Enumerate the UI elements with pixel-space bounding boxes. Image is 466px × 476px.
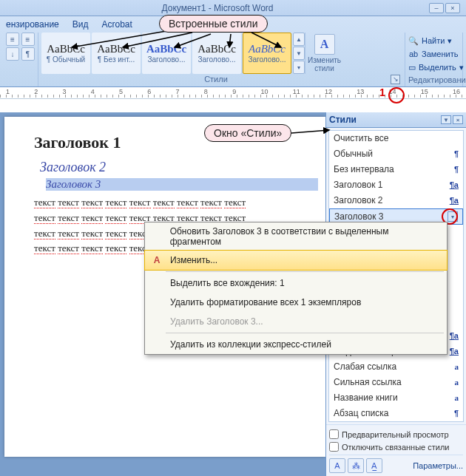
- styles-pane-footer: Предварительный просмотр Отключить связа…: [326, 424, 466, 476]
- style-row[interactable]: Слабая ссылкаa: [329, 359, 463, 375]
- minimize-button[interactable]: –: [429, 3, 444, 13]
- ribbon-tab[interactable]: Acrobat: [102, 19, 132, 30]
- style-row[interactable]: Без интервала¶: [329, 162, 463, 177]
- style-tile-label: ¶ Обычный: [47, 55, 85, 64]
- cm-select-all[interactable]: Выделить все вхождения: 1: [145, 273, 447, 293]
- select-icon: ▭: [408, 62, 416, 72]
- find-button[interactable]: 🔍Найти ▾: [408, 34, 459, 47]
- style-gallery: AaBbCc¶ ОбычныйAaBbCc¶ Без инт...AaBbCcЗ…: [41, 33, 291, 74]
- style-preview: AaBbCc: [249, 43, 286, 55]
- editing-group-label: Редактировани: [408, 75, 459, 85]
- style-context-menu: Обновить Заголовок 3 в соответствии с вы…: [144, 222, 448, 355]
- update-icon: [149, 231, 164, 242]
- show-marks-button[interactable]: ¶: [21, 47, 35, 61]
- paragraph-group: ≡ ≡ ↓ ¶: [3, 33, 38, 86]
- disable-linked-checkbox[interactable]: Отключить связанные стили: [329, 441, 463, 453]
- window-controls: – ×: [429, 3, 460, 13]
- cm-modify[interactable]: A Изменить...: [144, 250, 448, 271]
- find-icon: 🔍: [408, 35, 419, 46]
- window-title: Документ1 - Microsoft Word: [6, 3, 429, 13]
- cm-remove-from-gallery[interactable]: Удалить из коллекции экспресс-стилей: [145, 335, 447, 354]
- replace-icon: ab: [408, 49, 419, 59]
- cm-update-to-match[interactable]: Обновить Заголовок 3 в соответствии с вы…: [145, 222, 447, 251]
- style-tile[interactable]: AaBbCcЗаголово...: [192, 33, 241, 74]
- style-tile-label: Заголово...: [148, 55, 186, 64]
- pane-menu-button[interactable]: ▼: [441, 115, 451, 124]
- style-tile[interactable]: AaBbCcЗаголово...: [243, 33, 291, 74]
- styles-group: AaBbCc¶ ОбычныйAaBbCc¶ Без инт...AaBbCcЗ…: [38, 33, 405, 86]
- close-button[interactable]: ×: [445, 3, 460, 13]
- title-bar: Документ1 - Microsoft Word – ×: [0, 0, 466, 16]
- style-inspector-button[interactable]: ⁂: [348, 458, 364, 473]
- styles-dialog-launcher[interactable]: ↘: [391, 75, 400, 84]
- editing-group: 🔍Найти ▾ abЗаменить ▭Выделить ▾ Редактир…: [405, 33, 463, 86]
- style-row-clear-all[interactable]: Очистить все: [329, 131, 463, 146]
- style-tile[interactable]: AaBbCcЗаголово...: [142, 33, 191, 74]
- horizontal-ruler[interactable]: 12345678910111213141516: [0, 87, 466, 99]
- change-styles-button[interactable]: A Изменить стили: [305, 33, 343, 74]
- cm-delete-style: Удалить Заголовок 3...: [145, 312, 447, 331]
- style-row[interactable]: Обычный¶: [329, 146, 463, 162]
- callout-builtin-styles: Встроенные стили: [159, 15, 268, 33]
- style-tile-label: ¶ Без инт...: [98, 55, 135, 64]
- pane-close-button[interactable]: ×: [453, 115, 463, 124]
- style-tile-label: Заголово...: [198, 55, 236, 64]
- style-preview: AaBbCc: [97, 43, 135, 55]
- preview-checkbox[interactable]: Предварительный просмотр: [329, 428, 463, 441]
- style-tile-label: Заголово...: [249, 55, 286, 64]
- ribbon-tab[interactable]: Вид: [72, 19, 89, 30]
- change-styles-label: Изменить стили: [308, 56, 341, 72]
- styles-pane-title: Стили: [329, 115, 357, 125]
- styles-pane-header[interactable]: Стили ▼ ×: [326, 112, 466, 128]
- style-row[interactable]: Заголовок 2¶a: [329, 193, 463, 208]
- gallery-down-button[interactable]: ▼: [293, 47, 305, 60]
- sort-button[interactable]: ↓: [6, 47, 19, 61]
- style-row[interactable]: Сильная ссылкаa: [329, 375, 463, 390]
- gallery-up-button[interactable]: ▲: [293, 33, 305, 46]
- indent-increase-button[interactable]: ≡: [21, 33, 35, 46]
- new-style-button[interactable]: A: [329, 458, 345, 473]
- heading-2[interactable]: Заголовок 2: [40, 160, 318, 175]
- select-button[interactable]: ▭Выделить ▾: [408, 61, 459, 74]
- annotation-number-1: 1: [379, 86, 385, 98]
- style-preview: AaBbCc: [47, 43, 85, 55]
- style-tile[interactable]: AaBbCc¶ Без инт...: [92, 33, 141, 74]
- manage-styles-button[interactable]: A̲: [366, 458, 382, 473]
- style-row[interactable]: Название книгиa: [329, 390, 463, 406]
- ribbon-tab[interactable]: ензирование: [6, 19, 59, 30]
- heading-3-selected[interactable]: Заголовок 3: [46, 178, 318, 191]
- cm-remove-formatting[interactable]: Удалить форматирование всех 1 экземпляро…: [145, 293, 447, 312]
- style-row[interactable]: Абзац списка¶: [329, 406, 463, 421]
- change-styles-icon: A: [314, 34, 335, 55]
- pane-options-link[interactable]: Параметры...: [413, 461, 463, 470]
- style-row[interactable]: Заголовок 1¶a: [329, 177, 463, 193]
- replace-button[interactable]: abЗаменить: [408, 47, 459, 61]
- style-row-dropdown[interactable]: ▾: [448, 211, 458, 222]
- style-tile[interactable]: AaBbCc¶ Обычный: [41, 33, 90, 74]
- indent-decrease-button[interactable]: ≡: [6, 33, 19, 46]
- callout-styles-window: Окно «Стили»: [204, 124, 291, 142]
- style-preview: AaBbCc: [197, 43, 236, 55]
- gallery-more-button[interactable]: ▾: [293, 61, 305, 74]
- style-preview: AaBbCc: [146, 43, 186, 55]
- modify-icon: A: [149, 254, 164, 266]
- styles-group-label: Стили: [41, 74, 391, 84]
- paragraph-group-label: [6, 84, 35, 85]
